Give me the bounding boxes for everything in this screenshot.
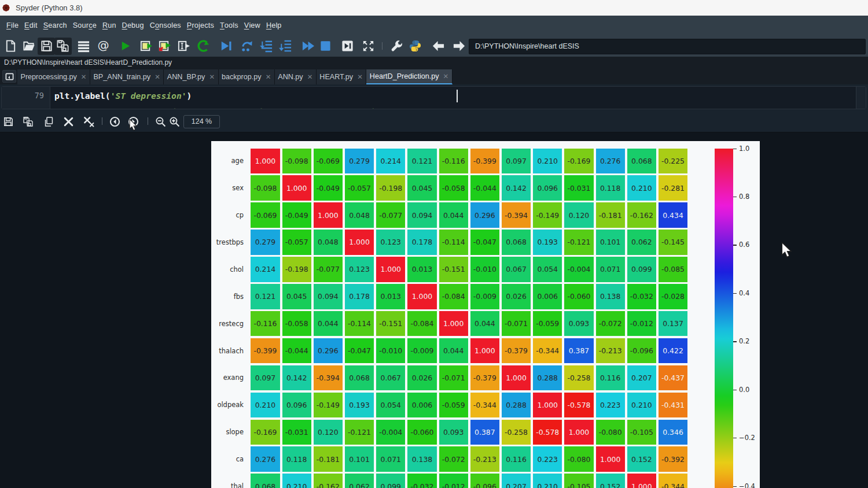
- menu-item-edit[interactable]: Edit: [21, 16, 41, 35]
- heatmap-cell: -0.578: [564, 393, 593, 418]
- colorbar-tick-label: 0.2: [739, 337, 749, 345]
- heatmap-cell: -0.098: [251, 175, 279, 201]
- step-over-button[interactable]: [239, 38, 256, 55]
- save-file-button[interactable]: [38, 38, 55, 55]
- row-label-thal: thal: [197, 482, 244, 488]
- heatmap-cell: 0.223: [596, 393, 625, 418]
- file-switcher-button[interactable]: [75, 38, 92, 55]
- continue-execution-button[interactable]: [300, 38, 317, 55]
- heatmap-cell: 0.193: [533, 230, 562, 255]
- tab-close-icon[interactable]: ✕: [81, 73, 87, 81]
- heatmap-cell: 0.120: [314, 420, 343, 445]
- menu-item-help[interactable]: Help: [263, 16, 285, 35]
- tab-close-icon[interactable]: ✕: [307, 73, 313, 81]
- heatmap-cell: 1.000: [251, 149, 279, 174]
- back-button[interactable]: [430, 38, 447, 55]
- python-path-manager-button[interactable]: [406, 38, 424, 55]
- heatmap-cell: -0.057: [345, 175, 374, 201]
- remove-plot-button[interactable]: [60, 113, 78, 130]
- heatmap-cell: -0.058: [439, 175, 468, 201]
- rerun-cell-button[interactable]: [194, 38, 211, 55]
- menu-item-consoles[interactable]: Consoles: [147, 16, 184, 35]
- tab-close-icon[interactable]: ✕: [443, 72, 449, 80]
- editor-tab-ann-py[interactable]: ANN.py✕: [275, 69, 317, 84]
- fullscreen-button[interactable]: [359, 38, 377, 55]
- colorbar-tick: [733, 438, 737, 438]
- symbol-finder-button[interactable]: @: [94, 38, 112, 55]
- menu-item-run[interactable]: Run: [100, 16, 119, 35]
- remove-all-plots-button[interactable]: [80, 113, 98, 130]
- heatmap-cell: -0.392: [659, 446, 687, 472]
- menu-bar: FileEditSearchSourceRunDebugConsolesProj…: [0, 16, 868, 35]
- heatmap-cell: -0.010: [376, 338, 405, 364]
- heatmap-cell: 0.054: [533, 257, 562, 282]
- menu-item-debug[interactable]: Debug: [119, 16, 147, 35]
- editor-scrollbar[interactable]: [856, 87, 866, 109]
- stop-debugging-button[interactable]: [317, 38, 334, 55]
- colorbar-tick: [733, 486, 737, 487]
- toolbar-separator: [102, 117, 102, 125]
- browse-tabs-button[interactable]: [2, 70, 16, 83]
- save-all-button[interactable]: [54, 38, 72, 55]
- heatmap-cell: 0.210: [282, 474, 311, 488]
- heatmap-cell: -0.114: [345, 311, 374, 337]
- colorbar-tick: [733, 341, 737, 342]
- run-file-button[interactable]: [117, 38, 134, 55]
- heatmap-cell: 0.044: [470, 311, 499, 337]
- editor-tab-preprocessing-py[interactable]: Preprocessing.py✕: [17, 69, 90, 84]
- heatmap-cell: 0.071: [376, 446, 405, 472]
- editor-tab-heart-py[interactable]: HEART.py✕: [317, 69, 367, 84]
- code-editor[interactable]: 79 plt.ylabel('ST depression') plt.legen…: [0, 84, 868, 110]
- run-cell-advance-button[interactable]: [156, 38, 173, 55]
- tab-label: ANN.py: [278, 73, 303, 81]
- forward-button[interactable]: [451, 38, 468, 55]
- previous-plot-button[interactable]: [106, 113, 124, 130]
- preferences-button[interactable]: [388, 38, 405, 55]
- new-file-button[interactable]: [2, 38, 19, 55]
- heatmap-cell: 0.068: [251, 474, 279, 488]
- zoom-in-icon: [169, 116, 180, 127]
- save-plot-button[interactable]: [0, 113, 17, 130]
- heatmap-cell: 0.094: [314, 284, 343, 309]
- menu-item-file[interactable]: File: [3, 16, 21, 35]
- copy-plot-button[interactable]: [40, 113, 57, 130]
- zoom-in-button[interactable]: [165, 113, 183, 130]
- save-icon: [40, 39, 53, 53]
- editor-tab-backprop-py[interactable]: backprop.py✕: [219, 69, 275, 84]
- menu-item-search[interactable]: Search: [41, 16, 70, 35]
- run-selection-button[interactable]: [175, 38, 192, 55]
- heatmap-cell: 0.067: [502, 257, 531, 282]
- heatmap-cell: 0.048: [314, 230, 343, 255]
- menu-item-projects[interactable]: Projects: [184, 16, 217, 35]
- debug-file-button[interactable]: [217, 38, 234, 55]
- editor-tab-ann_bp-py[interactable]: ANN_BP.py✕: [164, 69, 218, 84]
- editor-tab-bp_ann_train-py[interactable]: BP_ANN_train.py✕: [90, 69, 164, 84]
- debug-icon: [219, 39, 233, 53]
- row-label-restecg: restecg: [197, 320, 244, 328]
- step-return-button[interactable]: [277, 38, 294, 55]
- working-directory-input[interactable]: D:\PYTHON\Inspire\heart dESIS: [469, 39, 866, 54]
- toolbar-separator: [148, 117, 148, 125]
- maximize-pane-button[interactable]: [339, 38, 356, 55]
- heatmap-cell: 1.000: [345, 230, 374, 255]
- spyder-logo-icon: [2, 4, 10, 12]
- step-into-button[interactable]: [258, 38, 275, 55]
- tab-close-icon[interactable]: ✕: [266, 73, 271, 81]
- menu-item-source[interactable]: Source: [70, 16, 100, 35]
- open-file-button[interactable]: [21, 38, 38, 55]
- menu-item-view[interactable]: View: [241, 16, 263, 35]
- menu-item-tools[interactable]: Tools: [217, 16, 241, 35]
- colorbar-tick-label: 0.6: [739, 241, 749, 249]
- heatmap-cell: -0.105: [564, 474, 593, 488]
- text-caret: [457, 90, 458, 102]
- save-all-plots-button[interactable]: [19, 113, 36, 130]
- tab-close-icon[interactable]: ✕: [209, 73, 215, 81]
- editor-tab-heartd_prediction-py[interactable]: HeartD_Prediction.py✕: [366, 69, 452, 84]
- tab-close-icon[interactable]: ✕: [155, 73, 160, 81]
- heatmap-cell: -0.044: [282, 338, 311, 364]
- run-cell-button[interactable]: [137, 38, 155, 55]
- tab-label: Preprocessing.py: [21, 73, 77, 81]
- heatmap-cell: 0.223: [533, 446, 562, 472]
- tab-close-icon[interactable]: ✕: [357, 73, 363, 81]
- heatmap-cell: 0.210: [627, 393, 656, 418]
